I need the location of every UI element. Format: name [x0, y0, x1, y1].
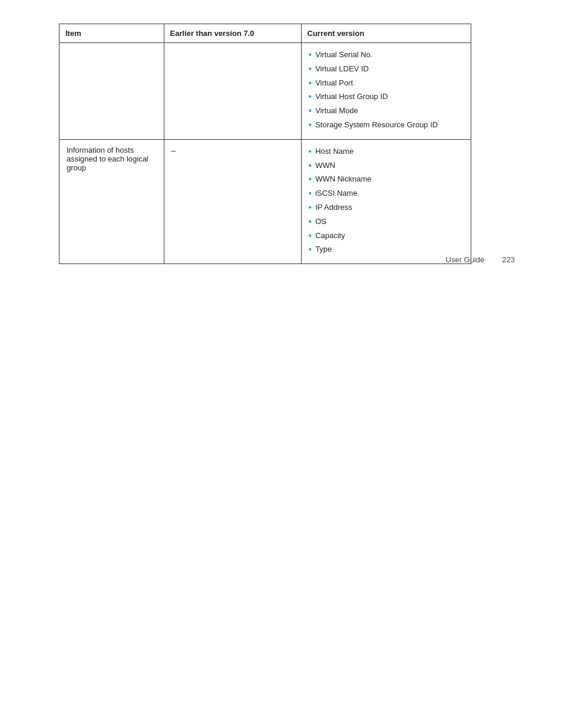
- bullet-text: Type: [315, 243, 332, 255]
- footer-page-number: 223: [502, 255, 515, 264]
- list-item: •WWN Nickname: [309, 173, 464, 186]
- list-item: •Storage System Resource Group ID: [309, 119, 464, 131]
- list-item: •IP Address: [309, 202, 464, 214]
- table-row-1: •Virtual Serial No.•Virtual LDEV ID•Virt…: [59, 43, 471, 140]
- bullet-list-1: •Virtual Serial No.•Virtual LDEV ID•Virt…: [309, 49, 464, 131]
- header-current: Current version: [301, 24, 471, 43]
- bullet-dot-icon: •: [309, 146, 312, 158]
- bullet-dot-icon: •: [309, 160, 312, 172]
- list-item: •Virtual Mode: [309, 105, 464, 117]
- bullet-text: Capacity: [315, 230, 345, 242]
- cell-earlier-1: [164, 43, 301, 140]
- cell-current-1: •Virtual Serial No.•Virtual LDEV ID•Virt…: [301, 43, 471, 140]
- list-item: •iSCSI Name: [309, 187, 464, 200]
- cell-item-1: [59, 43, 164, 140]
- header-item: Item: [59, 24, 164, 43]
- bullet-text: Virtual Host Group ID: [315, 91, 388, 103]
- table-row-2: Information of hosts assigned to each lo…: [59, 139, 471, 263]
- page-footer: User Guide 223: [446, 255, 515, 264]
- bullet-dot-icon: •: [309, 202, 312, 214]
- bullet-dot-icon: •: [309, 119, 312, 131]
- list-item: •Host Name: [309, 146, 464, 158]
- bullet-dot-icon: •: [309, 91, 312, 103]
- bullet-dot-icon: •: [309, 187, 312, 200]
- list-item: •WWN: [309, 160, 464, 172]
- bullet-text: Virtual Serial No.: [315, 49, 372, 61]
- bullet-text: WWN Nickname: [315, 173, 371, 185]
- bullet-text: iSCSI Name: [315, 187, 358, 199]
- cell-item-2: Information of hosts assigned to each lo…: [59, 139, 164, 263]
- list-item: •Virtual Port: [309, 77, 464, 90]
- bullet-dot-icon: •: [309, 173, 312, 186]
- bullet-dot-icon: •: [309, 105, 312, 117]
- cell-earlier-2: –: [164, 139, 301, 263]
- bullet-dot-icon: •: [309, 63, 312, 75]
- list-item: •OS: [309, 216, 464, 228]
- bullet-dot-icon: •: [309, 49, 312, 61]
- bullet-dot-icon: •: [309, 216, 312, 228]
- bullet-list-2: •Host Name•WWN•WWN Nickname•iSCSI Name•I…: [309, 146, 464, 256]
- list-item: •Virtual Host Group ID: [309, 91, 464, 103]
- header-earlier: Earlier than version 7.0: [164, 24, 301, 43]
- cell-current-2: •Host Name•WWN•WWN Nickname•iSCSI Name•I…: [301, 139, 471, 263]
- list-item: •Virtual LDEV ID: [309, 63, 464, 75]
- bullet-dot-icon: •: [309, 230, 312, 242]
- bullet-text: WWN: [315, 160, 335, 172]
- page-container: Item Earlier than version 7.0 Current ve…: [0, 0, 562, 288]
- bullet-text: Host Name: [315, 146, 353, 157]
- bullet-text: IP Address: [315, 202, 352, 213]
- bullet-text: Storage System Resource Group ID: [315, 119, 438, 131]
- bullet-dot-icon: •: [309, 77, 312, 90]
- footer-guide-label: User Guide: [446, 255, 485, 264]
- bullet-dot-icon: •: [309, 243, 312, 256]
- bullet-text: OS: [315, 216, 326, 228]
- bullet-text: Virtual Mode: [315, 105, 358, 117]
- list-item: •Type: [309, 243, 464, 256]
- bullet-text: Virtual LDEV ID: [315, 63, 369, 75]
- bullet-text: Virtual Port: [315, 77, 353, 89]
- list-item: •Capacity: [309, 230, 464, 242]
- list-item: •Virtual Serial No.: [309, 49, 464, 61]
- comparison-table: Item Earlier than version 7.0 Current ve…: [59, 24, 471, 264]
